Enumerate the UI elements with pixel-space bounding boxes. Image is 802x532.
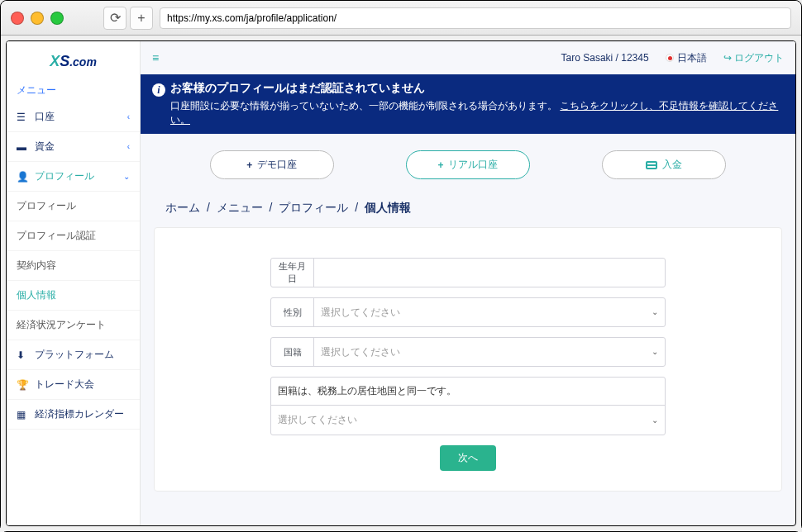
breadcrumb-sep: / — [270, 201, 273, 214]
tax-residence-block: 国籍は、税務上の居住地国と同一です。 選択してください ⌄ — [270, 377, 666, 435]
gender-select[interactable]: 選択してください — [314, 298, 665, 326]
user-icon: 👤 — [17, 171, 28, 183]
sidebar-item-platform[interactable]: ⬇ プラットフォーム — [7, 340, 140, 370]
add-tab-button[interactable]: + — [130, 7, 153, 30]
main-content: ≡ Taro Sasaki / 12345 日本語 ログアウト iお客様のプロフ… — [141, 41, 795, 525]
breadcrumb-home[interactable]: ホーム — [165, 201, 200, 214]
verification-banner: iお客様のプロフィールはまだ認証されていません 口座開設に必要な情報が揃っていな… — [141, 74, 795, 134]
dob-input[interactable] — [314, 259, 665, 287]
breadcrumb-sep: / — [207, 201, 210, 214]
user-label[interactable]: Taro Sasaki / 12345 — [561, 52, 649, 64]
tax-residence-note: 国籍は、税務上の居住地国と同一です。 — [271, 378, 665, 406]
hamburger-icon[interactable]: ≡ — [152, 51, 158, 64]
sidebar-sub-contract[interactable]: 契約内容 — [7, 251, 140, 281]
gender-row: 性別 選択してください ⌄ — [270, 297, 666, 327]
sidebar-sub-economic-survey[interactable]: 経済状況アンケート — [7, 311, 140, 340]
sidebar-item-label: トレード大会 — [35, 378, 94, 392]
flag-jp-icon — [666, 54, 674, 62]
sidebar-item-funds[interactable]: ▬ 資金 ‹ — [7, 132, 140, 162]
real-label: リアル口座 — [448, 158, 498, 172]
maximize-window-icon[interactable] — [50, 12, 64, 25]
logo-s: S — [60, 53, 69, 69]
logout-link[interactable]: ログアウト — [723, 51, 784, 65]
breadcrumb: ホーム / メニュー / プロフィール / 個人情報 — [141, 201, 795, 227]
tax-residence-select[interactable]: 選択してください ⌄ — [271, 406, 665, 435]
sidebar-sub-personal[interactable]: 個人情報 — [7, 281, 140, 311]
chevron-left-icon: ‹ — [127, 142, 130, 151]
select-placeholder: 選択してください — [278, 414, 357, 425]
breadcrumb-current: 個人情報 — [365, 201, 411, 214]
browser-toolbar: ⟳ + https://my.xs.com/ja/profile/applica… — [1, 1, 801, 36]
close-window-icon[interactable] — [11, 12, 24, 25]
form-panel: 生年月日 性別 選択してください ⌄ 国籍 選択してください ⌄ 国籍は、 — [154, 227, 782, 492]
sidebar-sub-verification[interactable]: プロフィール認証 — [7, 221, 140, 251]
nationality-label: 国籍 — [271, 338, 314, 366]
breadcrumb-sep: / — [355, 201, 358, 214]
sidebar-item-account[interactable]: ☰ 口座 ‹ — [7, 102, 140, 132]
next-button[interactable]: 次へ — [440, 445, 496, 471]
banner-desc: 口座開設に必要な情報が揃っていないため、一部の機能が制限される場合があります。 … — [152, 99, 784, 127]
calendar-icon: ▦ — [17, 409, 28, 420]
logo-x: X — [50, 53, 60, 69]
language-switch[interactable]: 日本語 — [666, 51, 707, 65]
menu-title: メニュー — [7, 78, 140, 102]
window-controls — [11, 12, 64, 25]
plus-icon: + — [437, 159, 443, 171]
sidebar-sub-profile[interactable]: プロフィール — [7, 192, 140, 221]
nationality-row: 国籍 選択してください ⌄ — [270, 337, 666, 367]
chevron-down-icon: ⌄ — [123, 172, 130, 181]
sidebar-item-label: 資金 — [35, 140, 55, 154]
sidebar-item-profile[interactable]: 👤 プロフィール ⌄ — [7, 162, 140, 192]
real-account-button[interactable]: + リアル口座 — [406, 150, 530, 179]
logo[interactable]: XS.com — [7, 41, 140, 78]
deposit-label: 入金 — [662, 158, 682, 172]
deposit-button[interactable]: 入金 — [602, 150, 726, 179]
minimize-window-icon[interactable] — [31, 12, 44, 25]
sidebar-item-label: 口座 — [35, 110, 55, 124]
info-icon: i — [152, 83, 165, 97]
sidebar-item-label: プロフィール — [35, 169, 94, 183]
refresh-button[interactable]: ⟳ — [103, 7, 127, 30]
sidebar: XS.com メニュー ☰ 口座 ‹ ▬ 資金 ‹ 👤 プロフィール ⌄ — [7, 41, 141, 525]
sidebar-item-label: 経済指標カレンダー — [35, 407, 124, 421]
demo-account-button[interactable]: + デモ口座 — [210, 150, 334, 179]
plus-icon: + — [246, 159, 252, 171]
chevron-down-icon: ⌄ — [652, 415, 658, 424]
sidebar-item-calendar[interactable]: ▦ 経済指標カレンダー — [7, 400, 140, 430]
download-icon: ⬇ — [17, 349, 28, 361]
breadcrumb-profile[interactable]: プロフィール — [279, 201, 348, 214]
demo-label: デモ口座 — [257, 158, 297, 172]
chevron-left-icon: ‹ — [127, 112, 130, 121]
sidebar-item-competition[interactable]: 🏆 トレード大会 — [7, 370, 140, 400]
action-buttons: + デモ口座 + リアル口座 入金 — [141, 134, 795, 201]
browser-window: ⟳ + https://my.xs.com/ja/profile/applica… — [0, 0, 802, 532]
logo-dotcom: .com — [69, 55, 97, 69]
language-label: 日本語 — [677, 52, 707, 64]
card-icon — [646, 161, 657, 169]
banner-title: iお客様のプロフィールはまだ認証されていません — [152, 81, 784, 97]
dob-row: 生年月日 — [270, 258, 666, 287]
trophy-icon: 🏆 — [17, 379, 28, 391]
nationality-select[interactable]: 選択してください — [314, 338, 665, 366]
breadcrumb-menu[interactable]: メニュー — [217, 201, 263, 214]
dob-label: 生年月日 — [271, 259, 314, 287]
app: XS.com メニュー ☰ 口座 ‹ ▬ 資金 ‹ 👤 プロフィール ⌄ — [6, 40, 796, 526]
list-icon: ☰ — [17, 112, 28, 123]
sidebar-item-label: プラットフォーム — [35, 348, 114, 362]
topbar: ≡ Taro Sasaki / 12345 日本語 ログアウト — [141, 41, 795, 74]
banner-desc-text: 口座開設に必要な情報が揃っていないため、一部の機能が制限される場合があります。 — [170, 100, 557, 112]
address-bar[interactable]: https://my.xs.com/ja/profile/application… — [160, 7, 791, 29]
gender-label: 性別 — [271, 298, 314, 326]
briefcase-icon: ▬ — [17, 141, 28, 153]
banner-title-text: お客様のプロフィールはまだ認証されていません — [170, 81, 425, 94]
